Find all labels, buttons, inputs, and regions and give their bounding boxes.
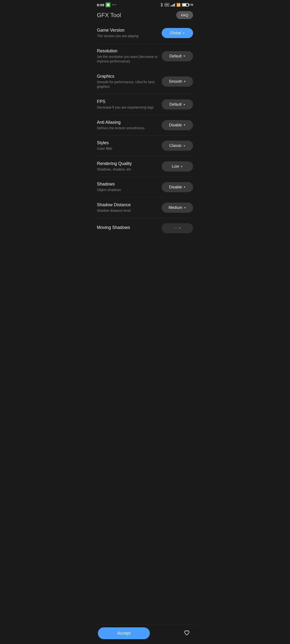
setting-control-styles: Classic ▼ xyxy=(162,140,193,151)
chevron-down-icon: ▼ xyxy=(183,32,185,34)
faq-button[interactable]: FAQ xyxy=(176,11,193,19)
battery-icon xyxy=(182,3,189,6)
bottom-bar: Accept xyxy=(93,624,197,644)
setting-info-graphics: Graphics Smooth for performance, Ultra f… xyxy=(97,74,162,89)
status-dots: ··· xyxy=(112,3,116,7)
setting-control-shadows: Disable ▼ xyxy=(162,182,193,192)
setting-item-anti-aliasing: Anti Aliasing Defines the texture smooth… xyxy=(97,115,193,136)
setting-info-shadow-distance: Shadow Distance Shadow distance level xyxy=(97,202,162,213)
setting-item-shadows: Shadows Object shadows Disable ▼ xyxy=(97,177,193,198)
wifi-icon: 📶 xyxy=(176,3,181,7)
settings-list: Game Version The version you are playing… xyxy=(93,23,197,260)
favorite-button[interactable] xyxy=(182,628,192,639)
setting-title-game-version: Game Version xyxy=(97,28,158,33)
graphics-dropdown[interactable]: Smooth ▼ xyxy=(162,76,193,86)
setting-info-rendering-quality: Rendering Quality Shadows, shaders, etc xyxy=(97,161,162,172)
chevron-down-icon: ▼ xyxy=(183,124,186,126)
app-title: GFX Tool xyxy=(97,12,121,18)
setting-control-shadow-distance: Medium ▼ xyxy=(162,202,193,213)
setting-title-shadows: Shadows xyxy=(97,182,158,187)
setting-control-rendering-quality: Low ▼ xyxy=(162,161,193,172)
setting-desc-styles: Color filter xyxy=(97,146,158,151)
setting-title-fps: FPS xyxy=(97,99,158,104)
chevron-down-icon: ▼ xyxy=(183,144,186,147)
setting-desc-anti-aliasing: Defines the texture smoothness xyxy=(97,126,158,131)
setting-desc-resolution: Set the resolution you want (decrease to… xyxy=(97,54,158,64)
setting-desc-shadow-distance: Shadow distance level xyxy=(97,208,158,213)
setting-item-rendering-quality: Rendering Quality Shadows, shaders, etc … xyxy=(97,156,193,177)
setting-item-resolution: Resolution Set the resolution you want (… xyxy=(97,44,193,69)
setting-desc-graphics: Smooth for performance, Ultra for best g… xyxy=(97,80,158,89)
setting-title-rendering-quality: Rendering Quality xyxy=(97,161,158,166)
bluetooth-icon xyxy=(160,3,163,7)
setting-item-fps: FPS Decrease if you are experiencing lag… xyxy=(97,94,193,115)
setting-item-styles: Styles Color filter Classic ▼ xyxy=(97,136,193,156)
setting-title-graphics: Graphics xyxy=(97,74,158,79)
setting-title-moving-shadows: Moving Shadows xyxy=(97,225,158,230)
setting-control-moving-shadows: ··· ▼ xyxy=(162,223,193,233)
app-icon xyxy=(106,2,110,7)
chevron-down-icon: ▼ xyxy=(184,206,186,209)
setting-item-graphics: Graphics Smooth for performance, Ultra f… xyxy=(97,69,193,94)
setting-info-shadows: Shadows Object shadows xyxy=(97,182,162,192)
shadows-dropdown[interactable]: Disable ▼ xyxy=(162,182,193,192)
setting-desc-shadows: Object shadows xyxy=(97,188,158,192)
game-version-dropdown[interactable]: Global ▼ xyxy=(162,28,193,38)
status-bar: 8:09 ··· HD 📶 xyxy=(93,0,197,9)
battery-level: 70 xyxy=(190,4,193,6)
heart-icon xyxy=(183,630,190,636)
status-time: 8:09 xyxy=(97,3,104,7)
setting-control-graphics: Smooth ▼ xyxy=(162,76,193,86)
setting-title-anti-aliasing: Anti Aliasing xyxy=(97,120,158,125)
app-header: GFX Tool FAQ xyxy=(93,9,197,23)
chevron-down-icon: ▼ xyxy=(183,186,186,188)
fps-dropdown[interactable]: Default ▼ xyxy=(162,99,193,110)
chevron-down-icon: ▼ xyxy=(184,80,186,83)
svg-line-2 xyxy=(161,3,162,4)
chevron-down-icon: ▼ xyxy=(181,165,183,168)
setting-desc-game-version: The version you are playing xyxy=(97,34,158,38)
status-right: HD 📶 70 xyxy=(160,3,193,7)
setting-control-resolution: Default ▼ xyxy=(162,51,193,61)
anti-aliasing-dropdown[interactable]: Disable ▼ xyxy=(162,120,193,130)
setting-info-game-version: Game Version The version you are playing xyxy=(97,28,162,38)
setting-desc-fps: Decrease if you are experiencing lags xyxy=(97,105,158,110)
status-left: 8:09 ··· xyxy=(97,2,116,7)
resolution-dropdown[interactable]: Default ▼ xyxy=(162,51,193,61)
setting-info-moving-shadows: Moving Shadows xyxy=(97,225,162,231)
styles-dropdown[interactable]: Classic ▼ xyxy=(162,140,193,151)
setting-control-fps: Default ▼ xyxy=(162,99,193,110)
hd-badge: HD xyxy=(165,3,169,7)
chevron-down-icon: ▼ xyxy=(183,55,185,58)
setting-item-moving-shadows: Moving Shadows ··· ▼ xyxy=(97,218,193,236)
setting-desc-rendering-quality: Shadows, shaders, etc xyxy=(97,167,158,172)
setting-info-fps: FPS Decrease if you are experiencing lag… xyxy=(97,99,162,110)
setting-info-anti-aliasing: Anti Aliasing Defines the texture smooth… xyxy=(97,120,162,131)
shadow-distance-dropdown[interactable]: Medium ▼ xyxy=(162,202,193,213)
svg-rect-1 xyxy=(107,4,109,5)
setting-item-game-version: Game Version The version you are playing… xyxy=(97,23,193,44)
rendering-quality-dropdown[interactable]: Low ▼ xyxy=(162,161,193,172)
signal-bars-icon xyxy=(171,3,175,6)
setting-info-styles: Styles Color filter xyxy=(97,140,162,151)
chevron-down-icon: ▼ xyxy=(183,103,185,106)
svg-line-3 xyxy=(161,6,162,6)
setting-control-game-version: Global ▼ xyxy=(162,28,193,38)
setting-info-resolution: Resolution Set the resolution you want (… xyxy=(97,48,162,64)
accept-button[interactable]: Accept xyxy=(98,627,150,639)
setting-control-anti-aliasing: Disable ▼ xyxy=(162,120,193,130)
setting-title-styles: Styles xyxy=(97,140,158,146)
moving-shadows-dropdown[interactable]: ··· ▼ xyxy=(162,223,193,233)
chevron-down-icon: ▼ xyxy=(179,227,181,230)
setting-title-resolution: Resolution xyxy=(97,48,158,54)
setting-item-shadow-distance: Shadow Distance Shadow distance level Me… xyxy=(97,198,193,218)
setting-title-shadow-distance: Shadow Distance xyxy=(97,202,158,208)
